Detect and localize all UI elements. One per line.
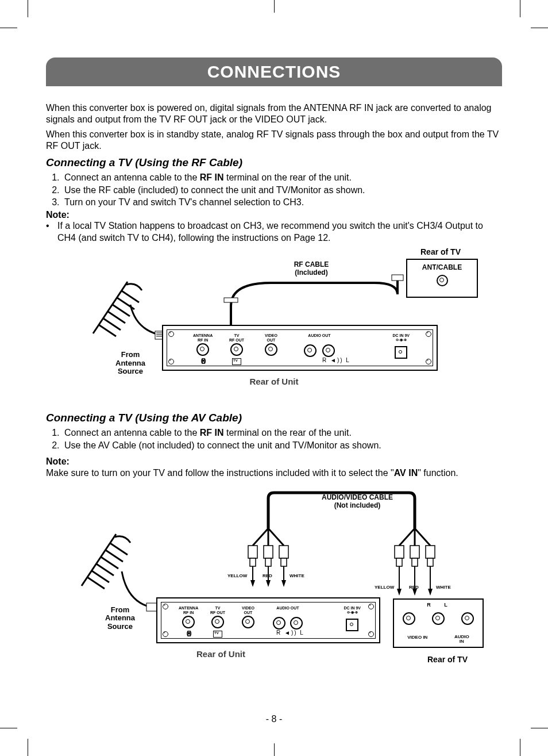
port-hole-icon <box>230 343 243 356</box>
port-dc-l1: DC IN 9V <box>392 333 410 337</box>
rf-steps-list: Connect an antenna cable to the RF IN te… <box>46 171 502 209</box>
av-in-bold: AV IN <box>394 468 418 478</box>
screw-icon <box>368 604 374 609</box>
label-rear-of-unit: Rear of Unit <box>64 377 484 386</box>
port-rl-label: R ◄)) L <box>276 630 304 636</box>
svg-rect-26 <box>395 546 404 558</box>
av-note-body: Make sure to turn on your TV and follow … <box>46 467 502 479</box>
p2-tv1: TV <box>215 606 221 610</box>
av-step1-a: Connect an antenna cable to the <box>64 428 200 438</box>
tv-ant-cable-box: ANT/CABLE <box>406 259 478 298</box>
svg-rect-29 <box>412 558 418 566</box>
port-tv-rf-out: TV RF OUT <box>210 606 225 638</box>
wave-icon: ((•)) <box>187 631 191 637</box>
av-step1-c: terminal on the rear of the unit. <box>224 428 352 438</box>
page-number: - 8 - <box>0 714 548 724</box>
svg-line-3 <box>93 282 128 333</box>
unit-inner-frame: ANTENNA RF IN ((•)) TV RF OUT VIDEO OUT <box>167 329 433 366</box>
p2-dc: DC IN 9V <box>344 606 361 610</box>
svg-line-5 <box>103 318 121 330</box>
label-ant-cable: ANT/CABLE <box>407 263 477 271</box>
av-step-2: Use the AV Cable (not included) to conne… <box>62 439 502 452</box>
screw-icon <box>168 359 174 364</box>
port-video-out: VIDEO OUT <box>265 333 277 356</box>
bullet-icon: • <box>46 220 57 244</box>
screw-icon <box>426 331 431 337</box>
port-dc-in: DC IN 9V ⊖-◉-⊕ <box>344 606 361 631</box>
svg-marker-32 <box>397 589 402 596</box>
rf-cable-line1: RF CABLE <box>277 261 346 269</box>
svg-line-43 <box>106 550 123 562</box>
svg-rect-19 <box>281 558 287 566</box>
label-yellow-right: YELLOW <box>375 585 394 590</box>
svg-line-40 <box>92 571 109 582</box>
svg-rect-27 <box>396 558 402 566</box>
p2-vid1: VIDEO <box>242 606 254 610</box>
p2-vid2: OUT <box>244 611 253 615</box>
svg-line-6 <box>108 312 125 323</box>
svg-marker-22 <box>281 580 286 587</box>
svg-rect-2 <box>224 298 238 302</box>
svg-rect-1 <box>392 275 403 281</box>
from-antenna2-l2: Antenna <box>94 614 146 622</box>
rl-l: L <box>346 357 350 363</box>
section-title-bar: CONNECTIONS <box>46 57 502 86</box>
port-antenna-rf-in: ANTENNA RF IN ((•)) <box>193 333 213 364</box>
rf-note-row: • If a local TV Station happens to broad… <box>46 220 502 244</box>
svg-line-38 <box>82 534 116 586</box>
from-antenna-l3: Source <box>105 367 156 375</box>
port-hole-icon <box>304 344 317 357</box>
from-antenna-l2: Antenna <box>105 359 156 367</box>
p2-ant2: RF IN <box>183 611 194 615</box>
svg-marker-20 <box>250 580 255 587</box>
label-rear-of-tv-av: Rear of TV <box>427 655 468 664</box>
content-area: CONNECTIONS When this converter box is p… <box>46 57 502 672</box>
av-rf-in-bold: RF IN <box>200 428 224 438</box>
svg-rect-15 <box>250 558 256 566</box>
diagram-rf-connection: Rear of TV ANT/CABLE RF CABLE (Included) <box>64 247 484 402</box>
dc-jack-icon <box>395 346 407 359</box>
audio-in-l2: IN <box>460 639 464 644</box>
port-hole-icon <box>290 617 303 630</box>
port-hole-icon <box>265 343 277 356</box>
port-dc-polarity: ⊖-◉-⊕ <box>347 611 358 614</box>
tv-av-in-panel: R L VIDEO IN AUDIO IN <box>393 598 484 648</box>
rf-step-1: Connect an antenna cable to the RF IN te… <box>62 171 502 184</box>
tv-r: R <box>427 602 433 608</box>
tv-l: L <box>444 602 450 608</box>
intro-paragraph-1: When this converter box is powered on, d… <box>46 102 502 125</box>
tv-icon <box>232 358 241 365</box>
port-dc-in: DC IN 9V ⊖-◉-⊕ <box>392 333 410 359</box>
dc-jack-icon <box>346 619 358 631</box>
rf-step-3: Turn on your TV and switch TV's channel … <box>62 196 502 209</box>
screw-icon <box>163 604 168 609</box>
port-tv-rf-out: TV RF OUT <box>229 333 244 365</box>
port-hole-icon <box>403 612 415 625</box>
svg-line-44 <box>110 543 128 555</box>
heading-rf-cable: Connecting a TV (Using the RF Cable) <box>46 156 502 169</box>
port-hole-icon <box>242 616 254 628</box>
label-video-in: VIDEO IN <box>407 635 427 644</box>
rf-step-2: Use the RF cable (included) to connect t… <box>62 184 502 197</box>
port-antenna-l1: ANTENNA <box>193 333 213 337</box>
tv-in-labels: VIDEO IN AUDIO IN <box>394 635 483 644</box>
label-rear-of-tv: Rear of TV <box>420 247 461 256</box>
svg-line-9 <box>122 291 139 302</box>
label-rear-of-unit-av: Rear of Unit <box>196 649 245 659</box>
rl-l: L <box>300 630 304 636</box>
rf-in-bold: RF IN <box>200 172 224 182</box>
port-hole-icon <box>461 612 474 625</box>
svg-line-42 <box>101 557 118 569</box>
from-antenna2-l1: From <box>94 606 146 614</box>
port-rl-label: R ◄)) L <box>322 357 350 363</box>
port-hole-icon <box>273 617 285 630</box>
port-antenna-l2: RF IN <box>198 338 208 342</box>
port-dc-polarity: ⊖-◉-⊕ <box>396 338 407 341</box>
label-white-left: WHITE <box>290 573 304 578</box>
screw-icon <box>368 631 374 637</box>
p2-tv2: RF OUT <box>210 611 225 615</box>
wave-icon: ((•)) <box>201 358 205 364</box>
from-antenna2-l3: Source <box>94 623 146 631</box>
rl-r: R <box>276 630 281 636</box>
speaker-icon: ◄)) <box>284 630 300 636</box>
